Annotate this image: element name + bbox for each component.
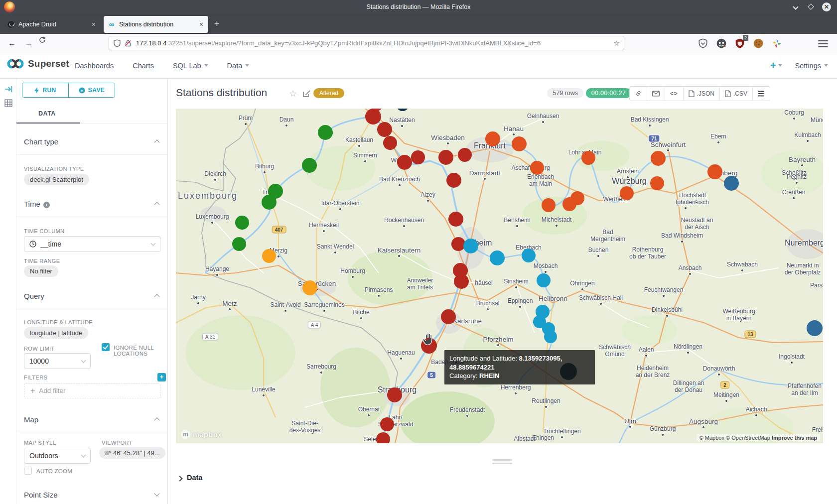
map-data-point[interactable]	[522, 249, 536, 262]
email-button[interactable]	[647, 87, 665, 101]
section-chart-type[interactable]: Chart type	[24, 137, 160, 152]
lonlat-value[interactable]: longitude | latitude	[24, 327, 88, 339]
improve-map-link[interactable]: Improve this map	[772, 435, 817, 441]
map-data-point[interactable]	[396, 109, 409, 111]
superset-brand[interactable]: Superset	[7, 58, 69, 69]
chart-menu-button[interactable]	[753, 87, 770, 101]
map-data-point[interactable]	[537, 273, 551, 287]
section-point-size[interactable]: Point Size	[24, 491, 160, 504]
map-data-point[interactable]	[463, 239, 478, 253]
export-json-button[interactable]: .JSON	[684, 87, 720, 101]
osm-attribution-link[interactable]: © OpenStreetMap	[726, 435, 770, 441]
nav-item-sql-lab[interactable]: SQL Lab	[173, 62, 208, 70]
window-close-button[interactable]: ✕	[822, 2, 831, 11]
copy-link-button[interactable]	[630, 87, 647, 101]
browser-tab[interactable]: Apache Druid×	[3, 16, 101, 33]
map-data-point[interactable]	[235, 216, 249, 230]
tracking-shield-icon[interactable]	[113, 39, 121, 47]
save-button[interactable]: SAVE	[69, 83, 115, 97]
map-data-point[interactable]	[562, 197, 576, 211]
tab-close-icon[interactable]: ×	[91, 20, 97, 28]
viz-type-value[interactable]: deck.gl Scatterplot	[24, 174, 89, 185]
map-data-point[interactable]	[620, 186, 634, 200]
row-limit-select[interactable]: 10000	[24, 353, 91, 369]
section-query[interactable]: Query	[24, 292, 160, 307]
time-range-value[interactable]: No filter	[24, 265, 58, 277]
expand-panel-icon[interactable]	[4, 85, 13, 94]
add-filter-plus-button[interactable]: +	[157, 373, 166, 381]
map-data-point[interactable]	[530, 161, 544, 175]
ignore-null-checkbox[interactable]	[102, 343, 110, 351]
map-data-point[interactable]	[262, 249, 276, 263]
back-button[interactable]: ←	[5, 36, 19, 50]
map-data-point[interactable]	[490, 251, 505, 265]
section-time[interactable]: Timei	[24, 200, 160, 215]
viewport-value[interactable]: 8° 46' 45.28" | 49...	[99, 447, 165, 459]
map-data-point[interactable]	[542, 198, 556, 212]
embed-code-button[interactable]: <>	[665, 87, 684, 101]
map-data-point[interactable]	[454, 274, 469, 289]
browser-tab[interactable]: ∞Stations distribution×	[104, 16, 208, 33]
bookmark-star-icon[interactable]: ☆	[613, 39, 620, 48]
map-data-point[interactable]	[380, 417, 394, 431]
url-bar[interactable]: 172.18.0.4:32251/superset/explore/?form_…	[109, 36, 624, 50]
map-data-point[interactable]	[441, 309, 456, 324]
map-data-point[interactable]	[397, 155, 412, 170]
mapbox-attribution-link[interactable]: © Mapbox	[699, 435, 724, 441]
map-data-point[interactable]	[365, 109, 381, 125]
data-results-collapsed[interactable]: Data	[168, 471, 837, 491]
new-tab-button[interactable]: +	[214, 19, 220, 29]
map-data-point[interactable]	[387, 387, 402, 402]
map-data-point[interactable]	[302, 158, 317, 173]
favorite-star-icon[interactable]: ☆	[289, 88, 297, 99]
ublock-icon[interactable]: 2	[734, 38, 745, 49]
panel-drag-handle[interactable]	[492, 459, 512, 466]
map-data-point[interactable]	[485, 131, 500, 146]
map-data-point[interactable]	[232, 237, 246, 251]
map-data-point[interactable]	[376, 432, 390, 443]
map-data-point[interactable]	[581, 151, 595, 165]
reload-button[interactable]	[39, 36, 53, 50]
deckgl-map[interactable]: PrümDaunKastellaunNastättenWiesbadenFran…	[176, 109, 823, 443]
edit-properties-icon[interactable]	[303, 90, 310, 97]
section-map[interactable]: Map	[24, 415, 160, 430]
map-data-point[interactable]	[458, 148, 472, 162]
map-data-point[interactable]	[724, 176, 739, 191]
add-new-button[interactable]: +	[770, 60, 782, 71]
map-data-point[interactable]	[377, 122, 392, 137]
run-button[interactable]: RUN	[22, 83, 69, 97]
map-data-point[interactable]	[383, 136, 397, 150]
menu-hamburger-icon[interactable]	[818, 38, 828, 47]
map-data-point[interactable]	[650, 176, 664, 190]
time-column-select[interactable]: __time	[24, 236, 160, 252]
pinwheel-extension-icon[interactable]	[771, 38, 782, 49]
add-filter-field[interactable]: + Add filter	[24, 383, 160, 398]
map-data-point[interactable]	[411, 150, 425, 164]
settings-menu[interactable]: Settings	[795, 62, 828, 70]
map-data-point[interactable]	[651, 151, 666, 166]
dataset-grid-icon[interactable]	[4, 99, 13, 108]
map-data-point[interactable]	[302, 280, 317, 295]
window-minimize-button[interactable]	[791, 2, 800, 11]
tab-data[interactable]: DATA	[38, 110, 56, 117]
auto-zoom-checkbox[interactable]	[24, 467, 32, 475]
cookie-icon[interactable]	[753, 38, 764, 49]
map-data-point[interactable]	[446, 173, 461, 188]
pocket-shield-icon[interactable]	[698, 38, 708, 49]
map-data-point[interactable]	[318, 125, 333, 140]
nav-item-dashboards[interactable]: Dashboards	[75, 62, 114, 70]
map-data-point[interactable]	[438, 150, 453, 165]
tab-close-icon[interactable]: ×	[198, 20, 204, 28]
map-data-point[interactable]	[807, 320, 823, 336]
map-style-select[interactable]: Outdoors	[24, 448, 91, 464]
map-data-point[interactable]	[707, 164, 722, 179]
export-csv-button[interactable]: x .CSV	[720, 87, 753, 101]
mapbox-logo[interactable]: m mapbox	[181, 430, 222, 439]
map-data-point[interactable]	[448, 212, 463, 227]
forward-button[interactable]: →	[22, 36, 36, 50]
insecure-lock-icon[interactable]	[124, 39, 132, 47]
map-data-point[interactable]	[544, 330, 557, 343]
window-restore-button[interactable]	[806, 2, 815, 11]
privacy-mask-icon[interactable]	[716, 38, 727, 49]
map-data-point[interactable]	[512, 136, 527, 151]
